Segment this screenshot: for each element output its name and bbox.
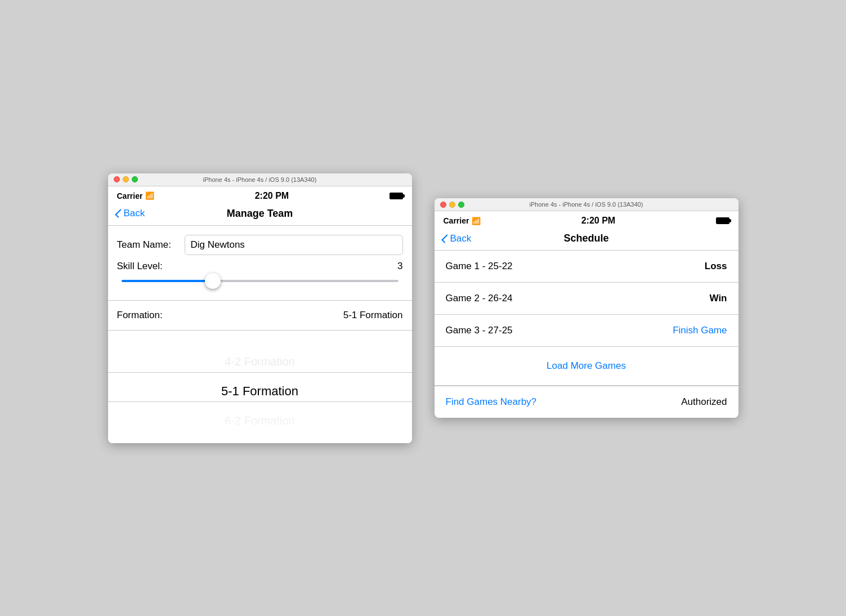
status-left-right: Carrier 📶 — [444, 216, 481, 225]
formation-row: Formation: 5-1 Formation — [108, 301, 412, 331]
skill-level-label: Skill Level: — [117, 261, 185, 272]
title-bar-label-right: iPhone 4s - iPhone 4s / iOS 9.0 (13A340) — [530, 201, 643, 208]
game-name-1: Game 2 - 26-24 — [446, 293, 513, 304]
game-row-1: Game 2 - 26-24 Win — [435, 283, 738, 315]
team-name-label: Team Name: — [117, 239, 185, 251]
slider-thumb[interactable] — [205, 273, 221, 289]
back-label-right: Back — [450, 233, 472, 244]
close-button-right[interactable] — [440, 202, 446, 208]
back-label-left: Back — [124, 208, 145, 219]
bottom-bar: Find Games Nearby? Authorized — [435, 386, 738, 418]
form-section: Team Name: Skill Level: 3 — [108, 226, 412, 301]
game-result-0: Loss — [705, 261, 727, 272]
carrier-text: Carrier — [117, 191, 143, 200]
status-bar-left: Carrier 📶 2:20 PM — [108, 186, 412, 203]
status-right-right — [716, 217, 729, 224]
minimize-button[interactable] — [123, 176, 129, 182]
chevron-left-icon — [115, 209, 124, 218]
carrier-text-right: Carrier — [444, 216, 469, 225]
status-time-left: 2:20 PM — [154, 191, 389, 201]
game-row-2: Game 3 - 27-25 Finish Game — [435, 315, 738, 347]
picker-line-top — [108, 372, 412, 373]
status-left: Carrier 📶 — [117, 191, 155, 200]
slider-track — [122, 280, 399, 282]
maximize-button-right[interactable] — [458, 202, 464, 208]
status-bar-right: Carrier 📶 2:20 PM — [435, 211, 738, 228]
title-bar-right: iPhone 4s - iPhone 4s / iOS 9.0 (13A340) — [435, 198, 738, 211]
game-name-0: Game 1 - 25-22 — [446, 261, 513, 272]
formation-value: 5-1 Formation — [343, 310, 403, 321]
battery-fill-right — [717, 218, 728, 223]
status-right-left — [390, 193, 403, 199]
right-phone: iPhone 4s - iPhone 4s / iOS 9.0 (13A340)… — [435, 198, 738, 418]
team-name-row: Team Name: — [117, 235, 403, 255]
nav-bar-right: Back Schedule — [435, 228, 738, 251]
close-button[interactable] — [114, 176, 120, 182]
team-name-input[interactable] — [185, 235, 403, 255]
picker-items: 4-2 Formation 5-1 Formation 6-2 Formatio… — [108, 331, 412, 443]
formation-picker[interactable]: 4-2 Formation 5-1 Formation 6-2 Formatio… — [108, 331, 412, 443]
formation-label: Formation: — [117, 310, 163, 321]
skill-level-value: 3 — [397, 261, 402, 272]
window-controls-left — [114, 176, 138, 182]
back-button-left[interactable]: Back — [117, 208, 145, 219]
find-games-button[interactable]: Find Games Nearby? — [446, 396, 537, 408]
left-phone: iPhone 4s - iPhone 4s / iOS 9.0 (13A340)… — [108, 173, 412, 443]
game-result-1: Win — [709, 293, 727, 304]
chevron-left-icon-right — [441, 234, 450, 243]
status-time-right: 2:20 PM — [481, 216, 715, 226]
skill-level-row: Skill Level: 3 — [117, 261, 403, 272]
content-left: Team Name: Skill Level: 3 Formation: 5-1… — [108, 226, 412, 443]
title-bar-left: iPhone 4s - iPhone 4s / iOS 9.0 (13A340) — [108, 173, 412, 186]
game-row-0: Game 1 - 25-22 Loss — [435, 251, 738, 283]
authorized-text: Authorized — [681, 396, 727, 408]
load-more-container: Load More Games — [435, 347, 738, 386]
battery-icon-right — [716, 217, 729, 224]
picker-line-bottom — [108, 401, 412, 402]
battery-fill — [391, 194, 402, 198]
nav-title-left: Manage Team — [227, 208, 293, 220]
skill-level-slider-container — [117, 278, 403, 291]
maximize-button[interactable] — [132, 176, 138, 182]
load-more-button[interactable]: Load More Games — [547, 360, 626, 372]
nav-title-right: Schedule — [563, 233, 608, 244]
slider-fill — [122, 280, 213, 282]
picker-item-2[interactable]: 6-2 Formation — [108, 407, 412, 435]
window-controls-right — [440, 202, 464, 208]
game-name-2: Game 3 - 27-25 — [446, 325, 513, 336]
title-bar-label-left: iPhone 4s - iPhone 4s / iOS 9.0 (13A340) — [203, 176, 317, 183]
wifi-icon: 📶 — [145, 191, 154, 200]
battery-icon — [390, 193, 403, 199]
minimize-button-right[interactable] — [449, 202, 455, 208]
schedule-content: Game 1 - 25-22 Loss Game 2 - 26-24 Win G… — [435, 251, 738, 418]
finish-game-button[interactable]: Finish Game — [673, 325, 727, 336]
nav-bar-left: Back Manage Team — [108, 203, 412, 226]
wifi-icon-right: 📶 — [472, 217, 481, 225]
back-button-right[interactable]: Back — [444, 233, 472, 244]
